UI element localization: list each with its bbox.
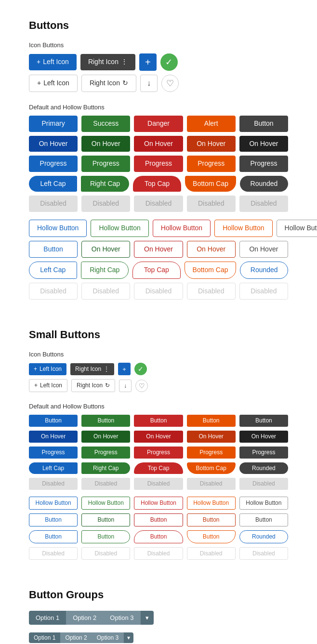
heart-circle-button[interactable]: ♡ [161,75,179,92]
sm-plus-icon-outline: + [34,381,38,390]
primary-left-cap-button[interactable]: Left Cap [29,176,77,192]
left-icon-button[interactable]: + Left Icon [29,54,77,70]
sm-group-option3-button[interactable]: Option 3 [92,632,123,643]
success-hover-button[interactable]: On Hover [81,136,130,152]
alert-button[interactable]: Alert [187,116,236,132]
sm-success-hover[interactable]: On Hover [81,431,130,443]
sm-success-progress[interactable]: Progress [81,447,130,459]
hollow-success-button[interactable]: Hollow Button [91,220,148,237]
sm-hollow-primary-base[interactable]: Button [29,513,78,526]
danger-progress-button[interactable]: Progress [134,156,183,172]
dark-rounded-button[interactable]: Rounded [240,176,288,192]
sm-hollow-dark-base[interactable]: Button [239,513,288,526]
sm-group-option2-button[interactable]: Option 2 [60,632,92,643]
hollow-alert-hover-button[interactable]: On Hover [187,241,236,258]
sm-right-cap[interactable]: Right Cap [81,462,130,474]
danger-button[interactable]: Danger [134,116,183,132]
sm-heart-button[interactable]: ♡ [135,380,148,392]
sm-hollow-rounded[interactable]: Rounded [239,530,288,543]
hollow-dark-button[interactable]: Hollow Button [277,220,317,237]
success-right-cap-button[interactable]: Right Cap [81,176,129,192]
sm-danger-hover[interactable]: On Hover [134,431,183,443]
dark-button[interactable]: Button [239,116,288,132]
sm-hollow-alert-disabled: Disabled [187,547,236,560]
hollow-rounded-button[interactable]: Rounded [240,262,288,279]
success-progress-button[interactable]: Progress [81,156,130,172]
sm-hollow-left-cap[interactable]: Button [29,530,78,543]
alert-progress-button[interactable]: Progress [187,156,236,172]
hollow-dark-hover-button[interactable]: On Hover [239,241,288,258]
sm-hollow-danger[interactable]: Hollow Button [134,497,183,510]
primary-progress-button[interactable]: Progress [29,156,78,172]
plus-square-button[interactable]: + [139,53,157,71]
sm-hollow-bottom-cap[interactable]: Button [187,530,236,543]
sm-hollow-alert-hover[interactable]: Button [187,513,236,526]
sm-right-icon-button[interactable]: Right Icon ⋮ [70,363,114,375]
group-option1-button[interactable]: Option 1 [29,611,66,625]
sm-download-button[interactable]: ↓ [119,380,132,392]
hollow-primary-base-button[interactable]: Button [29,241,78,258]
hollow-bottom-cap-button[interactable]: Bottom Cap [185,262,237,279]
sm-hollow-success-hover[interactable]: Button [81,513,130,526]
icon-buttons-row2: + Left Icon Right Icon ↻ ↓ ♡ [29,75,288,92]
download-square-button[interactable]: ↓ [140,75,158,92]
sm-danger-progress[interactable]: Progress [134,447,183,459]
right-icon-outline-button[interactable]: Right Icon ↻ [81,75,136,92]
left-icon-outline-button[interactable]: + Left Icon [29,75,78,92]
sm-success-button[interactable]: Button [81,415,130,427]
primary-button[interactable]: Primary [29,116,78,132]
sm-group-dropdown-button[interactable]: ▾ [123,632,133,643]
sm-alert-button[interactable]: Button [187,415,236,427]
hollow-right-cap-button[interactable]: Right Cap [81,262,129,279]
buttons-section: Buttons Icon Buttons + Left Icon Right I… [29,19,288,300]
primary-hover-button[interactable]: On Hover [29,136,78,152]
sm-primary-button[interactable]: Button [29,415,78,427]
hollow-top-cap-button[interactable]: Top Cap [132,262,181,279]
hollow-primary-button[interactable]: Hollow Button [29,220,87,237]
group-dropdown-button[interactable]: ▾ [140,611,154,625]
plus-icon-2: + [145,57,151,68]
sm-top-cap[interactable]: Top Cap [134,462,183,474]
sm-hollow-alert[interactable]: Hollow Button [187,497,236,510]
group-option3-button[interactable]: Option 3 [103,611,140,625]
hollow-alert-button[interactable]: Hollow Button [214,220,272,237]
alert-bottom-cap-button[interactable]: Bottom Cap [185,176,236,192]
danger-hover-button[interactable]: On Hover [134,136,183,152]
sm-hollow-success[interactable]: Hollow Button [81,497,130,510]
hollow-left-cap-button[interactable]: Left Cap [29,262,77,279]
sm-right-icon-outline-button[interactable]: Right Icon ↻ [71,379,115,392]
sm-hollow-dark[interactable]: Hollow Button [239,497,288,510]
sm-plus-square-button[interactable]: + [118,363,131,375]
alert-hover-button[interactable]: On Hover [187,136,236,152]
sm-alert-progress[interactable]: Progress [187,447,236,459]
sm-alert-hover[interactable]: On Hover [187,431,236,443]
sm-primary-progress[interactable]: Progress [29,447,78,459]
sm-check-circle-button[interactable]: ✓ [134,363,147,375]
sm-primary-hover[interactable]: On Hover [29,431,78,443]
sm-bottom-cap[interactable]: Bottom Cap [187,462,236,474]
sm-hollow-primary[interactable]: Hollow Button [29,497,78,510]
sm-hollow-right-cap[interactable]: Button [81,530,130,543]
sm-hollow-top-cap[interactable]: Button [134,530,183,543]
right-icon-button[interactable]: Right Icon ⋮ [80,54,135,70]
sm-left-icon-button[interactable]: + Left Icon [29,363,66,375]
danger-top-cap-button[interactable]: Top Cap [133,176,181,192]
dark-progress-button[interactable]: Progress [239,156,288,172]
hollow-success-hover-button[interactable]: On Hover [81,241,130,258]
dark-hover-button[interactable]: On Hover [239,136,288,152]
hollow-danger-button[interactable]: Hollow Button [153,220,211,237]
hollow-danger-hover-button[interactable]: On Hover [134,241,183,258]
success-button[interactable]: Success [81,116,130,132]
group-option2-button[interactable]: Option 2 [66,611,103,625]
sm-dark-button[interactable]: Button [239,415,288,427]
sm-group-option1-button[interactable]: Option 1 [29,632,60,643]
sm-dark-progress[interactable]: Progress [239,447,288,459]
sm-rounded[interactable]: Rounded [239,462,288,474]
sm-danger-button[interactable]: Button [134,415,183,427]
sm-left-icon-outline-button[interactable]: + Left Icon [29,379,67,392]
sm-left-cap[interactable]: Left Cap [29,462,78,474]
sm-hollow-cap-row: Button Button Button Button Rounded [29,530,288,543]
sm-dark-hover[interactable]: On Hover [239,431,288,443]
sm-hollow-danger-hover[interactable]: Button [134,513,183,526]
check-circle-button[interactable]: ✓ [160,53,178,71]
